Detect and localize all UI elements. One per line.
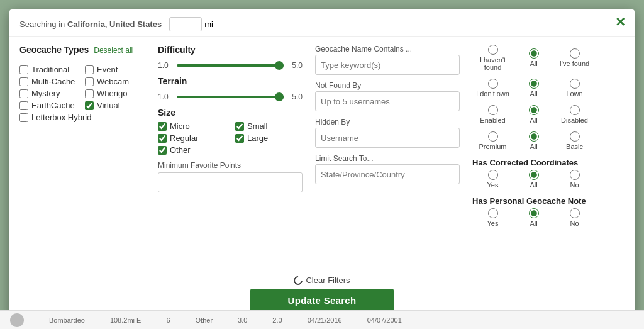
type-multicache[interactable]: Multi-Cache: [19, 77, 80, 86]
difficulty-slider[interactable]: [177, 64, 284, 67]
radio-all-found-input[interactable]: [529, 48, 539, 59]
radio-all-own[interactable]: All: [513, 79, 554, 98]
not-found-by-input[interactable]: [315, 91, 460, 111]
radio-premium-input[interactable]: [488, 131, 498, 142]
size-micro-checkbox[interactable]: [158, 122, 167, 131]
clear-filters-button[interactable]: Clear Filters: [294, 276, 350, 285]
type-letterbox-checkbox[interactable]: [19, 113, 28, 122]
radio-corrected-yes[interactable]: Yes: [472, 170, 513, 189]
result-d: 3.0: [238, 316, 247, 324]
distance-unit: mi: [204, 20, 213, 29]
radio-found[interactable]: I've found: [554, 48, 595, 67]
radio-disabled[interactable]: Disabled: [554, 105, 595, 124]
type-virtual[interactable]: Virtual: [85, 101, 145, 110]
radio-enabled[interactable]: Enabled: [472, 105, 513, 124]
geocache-types-title: Geocache Types: [19, 45, 89, 55]
radio-disabled-input[interactable]: [570, 105, 580, 115]
enabled-group: Enabled All Disabled: [472, 105, 625, 124]
radio-dont-own-input[interactable]: [488, 79, 498, 89]
search-filters-col: Geocache Name Contains ... Not Found By …: [315, 45, 460, 270]
type-multicache-checkbox[interactable]: [19, 77, 28, 86]
radio-corrected-no[interactable]: No: [554, 170, 595, 189]
size-small[interactable]: Small: [235, 121, 303, 131]
searching-label: Searching in California, United States: [19, 20, 162, 29]
type-traditional[interactable]: Traditional: [19, 65, 80, 74]
radio-all-own-input[interactable]: [529, 79, 539, 89]
difficulty-title: Difficulty: [158, 45, 303, 55]
distance-input[interactable]: [169, 17, 202, 31]
refresh-icon: [292, 274, 305, 287]
radio-corrected-no-input[interactable]: [570, 170, 580, 180]
difficulty-slider-row: 1.0 5.0: [158, 61, 303, 70]
size-micro[interactable]: Micro: [158, 121, 225, 131]
type-earthcache-checkbox[interactable]: [19, 101, 28, 110]
corrected-coords-title: Has Corrected Coordinates: [472, 158, 625, 167]
difficulty-max-value: 5.0: [287, 61, 303, 70]
deselect-all-link[interactable]: Deselect all: [94, 46, 133, 55]
type-mystery-checkbox[interactable]: [19, 89, 28, 98]
radio-dont-own[interactable]: I don't own: [472, 79, 513, 98]
radio-premium[interactable]: Premium: [472, 131, 513, 150]
type-traditional-checkbox[interactable]: [19, 65, 28, 74]
radio-note-all-input[interactable]: [529, 208, 539, 218]
radio-note-no[interactable]: No: [554, 208, 595, 227]
size-large-checkbox[interactable]: [235, 134, 244, 143]
result-avatar: [10, 313, 24, 327]
type-mystery[interactable]: Mystery: [19, 89, 80, 98]
type-event-checkbox[interactable]: [85, 65, 94, 74]
terrain-title: Terrain: [158, 76, 303, 86]
radio-note-yes-input[interactable]: [488, 208, 498, 218]
radio-own[interactable]: I own: [554, 79, 595, 98]
radio-enabled-input[interactable]: [488, 105, 498, 115]
radio-corrected-yes-input[interactable]: [488, 170, 498, 180]
hidden-by-input[interactable]: [315, 128, 460, 148]
size-small-checkbox[interactable]: [235, 122, 244, 131]
geocache-name-input[interactable]: [315, 55, 460, 75]
min-fav-input[interactable]: [158, 172, 303, 192]
terrain-slider[interactable]: [177, 96, 284, 98]
terrain-max-value: 5.0: [287, 92, 303, 101]
type-event[interactable]: Event: [85, 65, 145, 74]
radio-corrected-all[interactable]: All: [513, 170, 554, 189]
close-button[interactable]: ✕: [615, 16, 626, 28]
type-wherigo[interactable]: Wherigo: [85, 89, 145, 98]
radio-note-all[interactable]: All: [513, 208, 554, 227]
geocache-types-grid: Traditional Event Multi-Cache Webcam Mys…: [19, 65, 145, 122]
radio-found-input[interactable]: [570, 48, 580, 59]
result-t: 2.0: [272, 316, 282, 324]
size-other-checkbox[interactable]: [158, 146, 167, 155]
difficulty-section: Difficulty 1.0 5.0: [158, 45, 303, 70]
type-virtual-checkbox[interactable]: [85, 101, 94, 110]
type-letterbox[interactable]: Letterbox Hybrid: [19, 113, 145, 122]
size-large[interactable]: Large: [235, 133, 303, 143]
size-regular[interactable]: Regular: [158, 133, 225, 143]
type-earthcache[interactable]: EarthCache: [19, 101, 80, 110]
radio-basic[interactable]: Basic: [554, 131, 595, 150]
update-search-button[interactable]: Update Search: [250, 289, 394, 312]
type-webcam[interactable]: Webcam: [85, 77, 145, 86]
radio-not-found-input[interactable]: [488, 45, 498, 55]
type-webcam-checkbox[interactable]: [85, 77, 94, 86]
clear-filters-label: Clear Filters: [306, 276, 350, 285]
radio-all-enabled-input[interactable]: [529, 105, 539, 115]
result-date1: 04/21/2016: [308, 316, 342, 324]
radio-all-membership-input[interactable]: [529, 131, 539, 142]
limit-search-input[interactable]: [315, 164, 460, 184]
limit-search-group: Limit Search To...: [315, 154, 460, 184]
type-wherigo-checkbox[interactable]: [85, 89, 94, 98]
difficulty-min-label: 1.0: [158, 61, 173, 70]
size-regular-checkbox[interactable]: [158, 134, 167, 143]
size-section: Size Micro Small Regular: [158, 108, 303, 155]
radio-basic-input[interactable]: [570, 131, 580, 142]
radio-note-no-input[interactable]: [570, 208, 580, 218]
radio-not-found[interactable]: I haven't found: [472, 45, 513, 71]
size-other[interactable]: Other: [158, 145, 225, 155]
terrain-slider-row: 1.0 5.0: [158, 92, 303, 101]
radio-all-membership[interactable]: All: [513, 131, 554, 150]
radio-own-input[interactable]: [570, 79, 580, 89]
radio-all-found[interactable]: All: [513, 48, 554, 67]
radio-corrected-all-input[interactable]: [529, 170, 539, 180]
radio-note-yes[interactable]: Yes: [472, 208, 513, 227]
radio-all-enabled[interactable]: All: [513, 105, 554, 124]
corrected-coords-section: Has Corrected Coordinates Yes All No: [472, 158, 625, 190]
